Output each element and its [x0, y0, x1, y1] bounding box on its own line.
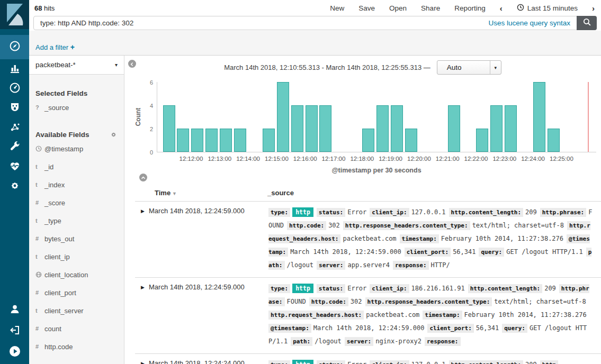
field-value: /logout — [315, 338, 342, 345]
field-item-type[interactable]: t_type — [35, 212, 118, 230]
y-axis-label: Count — [134, 108, 142, 126]
field-key-badge: response: — [425, 337, 461, 346]
query-input[interactable]: type: http AND http.code: 302 — [34, 19, 488, 27]
expand-row-icon[interactable]: ▶ — [135, 282, 149, 348]
field-item-clientport[interactable]: #client_port — [35, 284, 118, 302]
rail-bottom — [0, 299, 29, 363]
field-type-icon: # — [35, 289, 44, 296]
histogram-bar-12:16:00[interactable] — [306, 105, 318, 152]
query-box: type: http AND http.code: 302 Uses lucen… — [33, 16, 597, 30]
field-item-clientserver[interactable]: tclient_server — [35, 302, 118, 320]
add-filter-button[interactable]: Add a filter + — [35, 43, 75, 51]
histogram-bar-12:21:00[interactable] — [448, 105, 460, 152]
field-key-badge: status: — [317, 208, 345, 217]
open-button[interactable]: Open — [389, 4, 407, 12]
histogram-bar-12:24:00[interactable] — [533, 82, 545, 152]
time-picker-button[interactable]: Last 15 minutes — [517, 4, 578, 13]
rail-item-monitoring[interactable] — [0, 157, 29, 177]
rail-item-guided-tour[interactable] — [0, 342, 29, 363]
histogram-bar-12:15:30[interactable] — [291, 105, 303, 152]
histogram-bar-12:22:00[interactable] — [476, 129, 488, 152]
field-item-id[interactable]: t_id — [35, 158, 118, 176]
field-value: 209 — [525, 208, 537, 216]
field-type-icon: # — [35, 235, 44, 242]
rail-item-graph[interactable] — [0, 118, 29, 138]
field-value: HTTP/ — [431, 261, 450, 269]
reporting-button[interactable]: Reporting — [454, 4, 486, 12]
rail-item-discover[interactable] — [0, 35, 29, 59]
x-tick-label: 12:25:00 — [550, 156, 573, 162]
histogram-bar-12:12:00[interactable] — [191, 129, 203, 152]
rail-item-visualize[interactable] — [0, 59, 29, 79]
share-button[interactable]: Share — [421, 4, 440, 12]
field-item-httpcode[interactable]: #http.code — [35, 338, 118, 356]
field-item-clientip[interactable]: tclient_ip — [35, 248, 118, 266]
row-time: March 14th 2018, 12:24:24.000 — [149, 358, 268, 364]
field-key-badge: query: — [502, 324, 527, 333]
y-tick-label: 6 — [140, 79, 153, 86]
rail-item-timelion[interactable] — [0, 98, 29, 118]
field-name: client_port — [44, 289, 76, 297]
row-source: type:httpstatus:Errorclient_ip:127.0.0.1… — [268, 358, 593, 364]
x-tick-label: 12:22:00 — [464, 156, 488, 162]
hits-label: hits — [44, 4, 55, 12]
field-item-clientlocation[interactable]: client_location — [35, 266, 118, 284]
time-back-button[interactable]: ‹ — [500, 4, 503, 13]
lucene-syntax-link[interactable]: Uses lucene query syntax — [488, 19, 570, 27]
new-button[interactable]: New — [330, 4, 344, 12]
histogram-bar-12:16:30[interactable] — [319, 105, 331, 152]
field-item-source[interactable]: ?_source — [35, 98, 118, 116]
play-circle-icon — [8, 345, 21, 360]
rail-item-account[interactable] — [0, 299, 29, 321]
search-icon — [582, 17, 591, 29]
document-table: ▶March 14th 2018, 12:24:59.000type:https… — [135, 202, 601, 364]
wrench-icon — [8, 140, 21, 155]
x-tick-label: 12:19:00 — [379, 156, 402, 162]
hits-number: 68 — [34, 4, 42, 12]
x-axis-label: @timestamp per 30 seconds — [157, 167, 596, 174]
histogram-bar-12:13:00[interactable] — [220, 129, 232, 152]
hits-count: 68 hits — [34, 4, 55, 12]
column-header-time[interactable]: Time▼ — [155, 189, 177, 197]
expand-row-icon[interactable]: ▶ — [135, 358, 149, 364]
field-item-score[interactable]: #_score — [35, 194, 118, 212]
row-source: type:httpstatus:Errorclient_ip:186.216.1… — [268, 282, 593, 348]
timelion-icon — [8, 101, 21, 116]
histogram-bar-12:22:30[interactable] — [490, 105, 503, 152]
rail-item-management[interactable] — [0, 177, 29, 196]
histogram-bar-12:23:00[interactable] — [505, 105, 517, 152]
field-item-bytesout[interactable]: #bytes_out — [35, 230, 118, 248]
save-button[interactable]: Save — [358, 4, 375, 12]
rail-item-dashboard[interactable] — [0, 79, 29, 98]
histogram-bar-12:19:30[interactable] — [405, 129, 417, 152]
time-forward-button[interactable]: › — [592, 4, 595, 13]
histogram-bar-12:13:30[interactable] — [234, 129, 246, 152]
histogram-bar-12:12:30[interactable] — [205, 129, 218, 152]
collapse-chart-button[interactable] — [139, 174, 147, 181]
histogram-bar-12:15:00[interactable] — [277, 82, 289, 152]
field-value: GET /logout HTTP/1.1 — [506, 248, 583, 256]
histogram-bar-12:11:30[interactable] — [177, 129, 189, 152]
histogram-plot[interactable]: Count 024612:12:0012:13:0012:14:0012:15:… — [157, 82, 596, 152]
search-button[interactable] — [577, 16, 597, 30]
field-item-timestamp[interactable]: @timestamp — [35, 140, 118, 158]
rail-item-logout[interactable] — [0, 321, 29, 342]
field-settings-gear-icon[interactable] — [110, 131, 118, 139]
histogram-bar-12:14:30[interactable] — [263, 129, 275, 152]
expand-row-icon[interactable]: ▶ — [135, 206, 149, 272]
field-value: Error — [347, 285, 366, 292]
field-name: client_ip — [44, 253, 70, 261]
interval-select[interactable]: Auto ▾ — [437, 60, 501, 75]
index-pattern-select[interactable]: packetbeat-* ▾ — [29, 56, 124, 75]
clock-icon — [35, 145, 44, 152]
histogram-bar-12:18:00[interactable] — [362, 129, 374, 152]
histogram-bar-12:24:30[interactable] — [548, 129, 560, 152]
field-item-count[interactable]: #count — [35, 320, 118, 338]
histogram-bar-12:19:00[interactable] — [391, 105, 403, 152]
field-item-index[interactable]: t_index — [35, 176, 118, 194]
rail-item-dev-tools[interactable] — [0, 138, 29, 157]
globe-icon — [35, 271, 44, 278]
histogram-bar-12:11:00[interactable] — [163, 105, 175, 152]
x-tick-label: 12:20:00 — [407, 156, 431, 162]
histogram-bar-12:18:30[interactable] — [376, 105, 389, 152]
